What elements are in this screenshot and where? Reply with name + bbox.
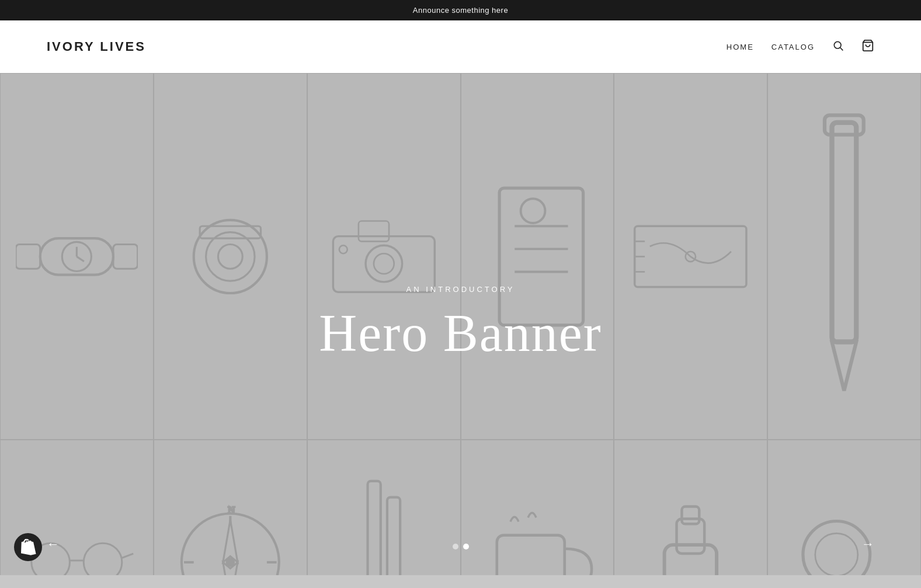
svg-point-17 bbox=[339, 245, 347, 253]
bg-item-pen bbox=[767, 73, 921, 440]
bg-item-pencils bbox=[307, 440, 461, 575]
svg-line-35 bbox=[122, 554, 133, 558]
search-icon[interactable] bbox=[832, 40, 844, 54]
bg-item-mug bbox=[461, 440, 614, 575]
svg-point-11 bbox=[218, 244, 242, 269]
svg-point-0 bbox=[834, 41, 841, 48]
svg-rect-47 bbox=[387, 497, 400, 575]
hero-prev-arrow[interactable]: ← bbox=[47, 537, 60, 552]
bg-item-map bbox=[614, 73, 767, 440]
svg-line-6 bbox=[77, 256, 84, 261]
svg-point-9 bbox=[194, 220, 267, 293]
bg-item-compass: N bbox=[154, 440, 307, 575]
svg-marker-38 bbox=[223, 520, 238, 562]
header: IVORY LIVES HOME CATALOG bbox=[0, 20, 921, 73]
svg-point-54 bbox=[803, 521, 870, 575]
main-nav: HOME CATALOG bbox=[727, 39, 874, 55]
hero-dots bbox=[453, 544, 469, 549]
svg-point-16 bbox=[374, 253, 394, 274]
announcement-bar: Announce something here bbox=[0, 0, 921, 20]
hero-dot-1[interactable] bbox=[453, 544, 458, 549]
svg-point-15 bbox=[366, 245, 402, 282]
svg-line-1 bbox=[840, 47, 843, 50]
announcement-text: Announce something here bbox=[413, 6, 508, 15]
hero-title: Hero Banner bbox=[319, 303, 602, 363]
svg-rect-8 bbox=[113, 244, 138, 269]
hero-section: N bbox=[0, 73, 921, 575]
svg-text:N: N bbox=[228, 505, 235, 516]
svg-rect-28 bbox=[832, 122, 857, 342]
svg-rect-45 bbox=[367, 481, 380, 575]
svg-rect-7 bbox=[16, 244, 40, 269]
svg-point-37 bbox=[227, 558, 234, 566]
bg-item-camera bbox=[307, 73, 461, 440]
svg-point-32 bbox=[84, 543, 122, 575]
shopify-badge[interactable] bbox=[14, 533, 42, 561]
bg-item-lens bbox=[154, 73, 307, 440]
logo[interactable]: IVORY LIVES bbox=[47, 39, 146, 54]
hero-next-arrow[interactable]: → bbox=[861, 537, 874, 552]
svg-point-56 bbox=[815, 533, 858, 575]
hero-content: AN INTRODUCTORY Hero Banner bbox=[319, 285, 602, 363]
svg-rect-14 bbox=[359, 221, 389, 241]
bg-item-watch bbox=[0, 73, 154, 440]
nav-catalog[interactable]: CATALOG bbox=[771, 43, 815, 51]
bg-item-magnifier bbox=[767, 440, 921, 575]
svg-point-22 bbox=[520, 199, 545, 223]
bg-item-notebook bbox=[461, 73, 614, 440]
hero-subtitle: AN INTRODUCTORY bbox=[319, 285, 602, 294]
svg-rect-50 bbox=[665, 545, 717, 575]
svg-marker-29 bbox=[832, 342, 857, 390]
svg-rect-52 bbox=[682, 506, 700, 524]
nav-home[interactable]: HOME bbox=[727, 43, 754, 51]
svg-point-10 bbox=[206, 232, 255, 280]
hero-dot-2[interactable] bbox=[463, 544, 469, 549]
svg-rect-49 bbox=[496, 535, 564, 575]
bg-item-inkbottle bbox=[614, 440, 767, 575]
cart-icon[interactable] bbox=[861, 39, 874, 55]
